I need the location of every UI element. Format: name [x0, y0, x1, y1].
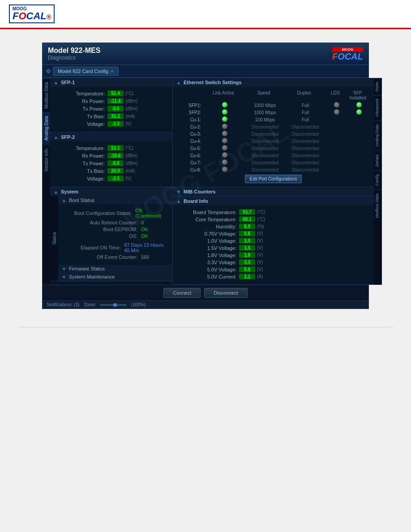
eth-duplex-cu4: Disconnected	[285, 139, 325, 144]
sfp1-txb-label: Tx Bias:	[56, 114, 105, 119]
sfp1-v-label: Voltage:	[56, 121, 105, 127]
panel-logo-focal: FOCAL	[332, 52, 363, 61]
sfp2-txb-value: 20.9	[107, 168, 124, 174]
tab-settings-icon: ⚙	[46, 68, 51, 74]
board-info-title: Board Info	[184, 198, 208, 204]
led-green-sfp2	[222, 109, 227, 115]
eth-los-sfp1	[325, 102, 348, 108]
board-info-panel: Board Temperature: 55.7 (°C) Core Temper…	[173, 206, 374, 284]
sfp1-txpower-row: Tx Power: -0.6 (dBm)	[56, 106, 167, 112]
board-info-header[interactable]: ▲ Board Info	[173, 197, 374, 206]
v075-unit: (V)	[257, 231, 263, 236]
right-tab-advanced[interactable]: Advanced	[374, 95, 382, 120]
eth-row-cu1: Cu-1: 100 Mbps Full	[176, 116, 370, 123]
core-temp-row: Core Temperature: 66.1 (°C)	[178, 216, 368, 222]
tab-label: Model 922 Card Config	[58, 69, 108, 74]
right-tab-serials[interactable]: Serials	[374, 150, 382, 171]
eth-speed-cu4: Disconnected	[245, 139, 285, 144]
led-green-sfp2-inst	[356, 109, 362, 115]
sfp2-voltage-row: Voltage: -3.3 (V)	[56, 176, 167, 181]
mib-chevron: ▼	[176, 189, 181, 194]
sidebar-tab-analog[interactable]: Analog Data	[43, 112, 50, 144]
eth-link-cu1	[205, 116, 245, 123]
disconnect-button[interactable]: Disconnect	[204, 288, 247, 298]
zoom-slider[interactable]	[100, 304, 127, 306]
eth-sfp-sfp1	[348, 102, 370, 108]
board-temp-value: 55.7	[239, 209, 255, 215]
sfp1-panel: Temperature: 51.4 (°C) Rx Power: -11.4 (…	[50, 87, 172, 132]
sfp2-chevron: ▲	[54, 135, 58, 140]
right-tab-config[interactable]: Config	[374, 170, 382, 189]
main-left-content: ▲ SFP-1 Temperature: 51.4 (°C) Rx Power:	[50, 78, 173, 285]
v075-row: 0.75V Voltage: 0.8 (V)	[178, 231, 368, 236]
eth-row-sfp1: SFP1: 1000 Mbps Full	[176, 102, 370, 108]
right-tab-ports[interactable]: Ports	[374, 78, 382, 95]
sfp1-temp-unit: (°C)	[125, 91, 133, 96]
eth-name-cu5: Cu-5:	[176, 146, 201, 151]
board-info-body: Board Temperature: 55.7 (°C) Core Temper…	[173, 206, 374, 284]
board-chevron: ▲	[176, 199, 181, 204]
sfp2-txbias-row: Tx Bias: 20.9 (mA)	[56, 168, 167, 174]
led-green-cu1	[222, 116, 227, 122]
eth-link-cu2	[205, 124, 245, 130]
sfp2-section: ▲ SFP-2 Temperature: 51.1 (°C) Rx Power:	[50, 133, 172, 187]
sfp1-v-unit: (V)	[125, 121, 131, 126]
core-temp-label: Core Temperature:	[178, 217, 236, 222]
status-bar: Notifications: (3) Zoom (100%)	[43, 300, 368, 309]
led-gray-cu2	[222, 124, 227, 129]
sfp2-header[interactable]: ▲ SFP-2	[50, 133, 172, 142]
eth-speed-cu8: Disconnected	[245, 167, 285, 172]
eth-row-cu5: Cu-5: Disconnected Disconnected	[176, 145, 370, 151]
i50-row: 5.0V Current: 1.1 (A)	[178, 274, 368, 279]
sfp1-rxpower-row: Rx Power: -11.4 (dBm)	[56, 98, 167, 104]
tab-model922[interactable]: Model 922 Card Config ✕	[53, 67, 119, 76]
v075-label: 0.75V Voltage:	[178, 231, 236, 236]
sidebar-tab-vendor[interactable]: Vendor Info	[43, 145, 50, 175]
firmware-header[interactable]: ▼ Firmware Status	[58, 265, 172, 273]
sfp2-rx-unit: (dBm)	[125, 153, 137, 158]
sfp2-txp-label: Tx Power:	[56, 161, 105, 166]
eth-link-cu7	[205, 159, 245, 166]
ethernet-header[interactable]: ▲ Ethernet Switch Settings	[173, 78, 374, 87]
edit-port-config-button[interactable]: Edit Port Configurations	[245, 175, 302, 183]
eth-duplex-sfp1: Full	[285, 103, 325, 108]
sfp1-header[interactable]: ▲ SFP-1	[50, 78, 172, 87]
boot-offevent-value: 566	[141, 254, 149, 260]
eth-name-cu3: Cu-3:	[176, 132, 201, 137]
main-right-content: ▲ Ethernet Switch Settings Link Active S…	[173, 78, 382, 285]
sfp1-section: ▲ SFP-1 Temperature: 51.4 (°C) Rx Power:	[50, 78, 172, 133]
sidebar-tab-modbus[interactable]: Modbus Data	[43, 78, 50, 112]
right-tab-modbus-stats[interactable]: Modbus Stats	[374, 189, 382, 222]
system-header[interactable]: ▲ System	[50, 187, 172, 196]
v10-label: 1.0V Voltage:	[178, 238, 236, 244]
boot-os-row: OS: OK	[64, 233, 167, 239]
page-content: Model 922-MES Diagnostics MOOG FOCAL ⚙ M…	[0, 29, 411, 368]
led-gray-cu6	[222, 152, 227, 158]
v33-unit: (V)	[257, 260, 263, 265]
boot-offevent-row: Off Event Counter: 566	[64, 254, 167, 260]
boot-status-header[interactable]: ▲ Boot Status	[58, 196, 172, 204]
connect-button[interactable]: Connect	[163, 288, 201, 298]
boot-config-row: Boot Configuration Status: OK (Confirmed…	[64, 208, 167, 219]
eth-col-speed: Speed	[244, 90, 284, 100]
sfp1-txp-value: -0.6	[107, 106, 124, 112]
firmware-chevron: ▼	[62, 266, 66, 271]
led-gray-cu4	[222, 138, 227, 143]
device-panel-wrapper: Model 922-MES Diagnostics MOOG FOCAL ⚙ M…	[42, 43, 369, 309]
panel-title-group: Model 922-MES Diagnostics	[48, 47, 100, 61]
panel-title: Model 922-MES	[48, 47, 100, 55]
maintenance-header[interactable]: ▼ System Maintenance	[58, 273, 172, 281]
humidity-row: Humidity: 6.9 (%)	[178, 223, 368, 229]
mib-header[interactable]: ▼ MIB Counters	[173, 187, 374, 196]
led-gray-sfp2-los	[334, 109, 339, 115]
boot-eeprom-row: Boot EEPROM: OK	[64, 227, 167, 232]
sfp1-rx-unit: (dBm)	[125, 99, 137, 103]
v15-label: 1.5V Voltage:	[178, 245, 236, 251]
eth-name-sfp2: SFP2:	[176, 110, 201, 115]
sfp1-txb-unit: (mA)	[125, 114, 135, 119]
device-panel: Model 922-MES Diagnostics MOOG FOCAL ⚙ M…	[42, 43, 369, 309]
tab-close-icon[interactable]: ✕	[110, 69, 114, 74]
right-tab-analog[interactable]: Analog Data	[374, 120, 382, 150]
eth-link-sfp1	[205, 102, 245, 108]
eth-speed-cu7: Disconnected	[245, 160, 285, 165]
